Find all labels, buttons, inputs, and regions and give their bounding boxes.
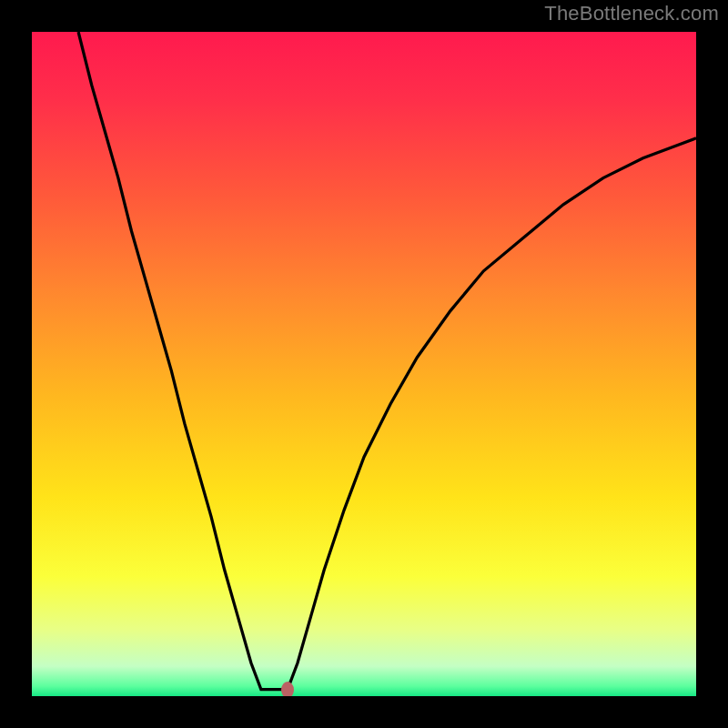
minimum-marker — [281, 682, 294, 696]
plot-area — [32, 32, 696, 696]
watermark-text: TheBottleneck.com — [544, 2, 719, 25]
chart-frame: TheBottleneck.com — [0, 0, 728, 728]
bottleneck-curve — [32, 32, 696, 696]
